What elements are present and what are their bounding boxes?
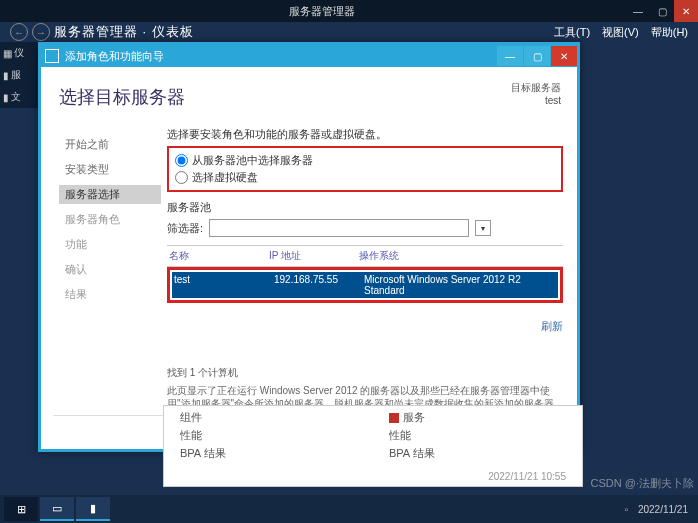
refresh-link[interactable]: 刷新 bbox=[167, 319, 563, 334]
wizard-close-button[interactable]: ✕ bbox=[551, 46, 577, 66]
menu-help[interactable]: 帮助(H) bbox=[651, 25, 688, 40]
bg-close-button[interactable]: ✕ bbox=[674, 0, 698, 22]
radio-vhd-input[interactable] bbox=[175, 171, 188, 184]
instruction-text: 选择要安装角色和功能的服务器或虚拟硬盘。 bbox=[167, 127, 563, 142]
wizard-maximize-button[interactable]: ▢ bbox=[524, 46, 550, 66]
nav-server-roles: 服务器角色 bbox=[59, 210, 161, 229]
background-sidebar: ▦ 仪 ▮ 服 ▮ 文 bbox=[0, 42, 40, 108]
list-item[interactable]: BPA 结果 bbox=[180, 446, 357, 461]
wizard-title: 添加角色和功能向导 bbox=[65, 49, 496, 64]
filter-dropdown-icon[interactable]: ▾ bbox=[475, 220, 491, 236]
table-row[interactable]: test 192.168.75.55 Microsoft Windows Ser… bbox=[172, 272, 558, 298]
col-name[interactable]: 名称 bbox=[169, 249, 269, 263]
nav-server-selection[interactable]: 服务器选择 bbox=[59, 185, 161, 204]
tray-flag-icon[interactable]: ▫ bbox=[624, 504, 628, 515]
sidebar-item[interactable]: ▮ 服 bbox=[0, 64, 40, 86]
nav-features: 功能 bbox=[59, 235, 161, 254]
nav-install-type[interactable]: 安装类型 bbox=[59, 160, 161, 179]
sidebar-item[interactable]: ▮ 文 bbox=[0, 86, 40, 108]
wizard-nav: 开始之前 安装类型 服务器选择 服务器角色 功能 确认 结果 bbox=[41, 67, 161, 417]
server-pool-table: 名称 IP 地址 操作系统 test 192.168.75.55 Microso… bbox=[167, 245, 563, 303]
col-os[interactable]: 操作系统 bbox=[359, 249, 561, 263]
nav-results: 结果 bbox=[59, 285, 161, 304]
filter-input[interactable] bbox=[209, 219, 469, 237]
taskbar-item-powershell[interactable]: ▮ bbox=[76, 497, 110, 521]
background-toolbar: ← → 服务器管理器 · 仪表板 工具(T) 视图(V) 帮助(H) bbox=[0, 22, 698, 42]
wizard-titlebar[interactable]: 添加角色和功能向导 — ▢ ✕ bbox=[41, 45, 577, 67]
menu-tools[interactable]: 工具(T) bbox=[554, 25, 590, 40]
start-button[interactable]: ⊞ bbox=[4, 497, 38, 521]
list-item[interactable]: 服务 bbox=[389, 410, 566, 425]
menu-view[interactable]: 视图(V) bbox=[602, 25, 639, 40]
pool-heading: 服务器池 bbox=[167, 200, 563, 215]
dashboard-panel: 组件 性能 BPA 结果 服务 性能 BPA 结果 2022/11/21 10:… bbox=[163, 405, 583, 487]
nav-before-begin[interactable]: 开始之前 bbox=[59, 135, 161, 154]
alert-icon bbox=[389, 413, 399, 423]
radio-group-highlight: 从服务器池中选择服务器 选择虚拟硬盘 bbox=[167, 146, 563, 192]
radio-vhd[interactable]: 选择虚拟硬盘 bbox=[175, 169, 555, 186]
list-item[interactable]: 组件 bbox=[180, 410, 357, 425]
list-item[interactable]: BPA 结果 bbox=[389, 446, 566, 461]
forward-icon: → bbox=[32, 23, 50, 41]
list-item[interactable]: 性能 bbox=[389, 428, 566, 443]
bg-minimize-button[interactable]: — bbox=[626, 0, 650, 22]
taskbar-date[interactable]: 2022/11/21 bbox=[638, 504, 688, 515]
list-item[interactable]: 性能 bbox=[180, 428, 357, 443]
background-title: 服务器管理器 bbox=[18, 4, 626, 19]
sidebar-item[interactable]: ▦ 仪 bbox=[0, 42, 40, 64]
taskbar[interactable]: ⊞ ▭ ▮ ▫ 2022/11/21 bbox=[0, 495, 698, 523]
watermark: CSDN @·法删夫卜除 bbox=[591, 476, 694, 491]
nav-confirmation: 确认 bbox=[59, 260, 161, 279]
col-ip[interactable]: IP 地址 bbox=[269, 249, 359, 263]
destination-server-label: 目标服务器 test bbox=[511, 81, 561, 107]
taskbar-item-server-manager[interactable]: ▭ bbox=[40, 497, 74, 521]
breadcrumb: 服务器管理器 · 仪表板 bbox=[54, 23, 194, 41]
back-icon[interactable]: ← bbox=[10, 23, 28, 41]
selected-row-highlight: test 192.168.75.55 Microsoft Windows Ser… bbox=[167, 267, 563, 303]
bg-maximize-button[interactable]: ▢ bbox=[650, 0, 674, 22]
wizard-main: 选择要安装角色和功能的服务器或虚拟硬盘。 从服务器池中选择服务器 选择虚拟硬盘 … bbox=[161, 67, 577, 417]
page-title: 选择目标服务器 bbox=[59, 85, 185, 109]
wizard-dialog: 添加角色和功能向导 — ▢ ✕ 选择目标服务器 目标服务器 test 开始之前 … bbox=[38, 42, 580, 452]
wizard-icon bbox=[45, 49, 59, 63]
found-count: 找到 1 个计算机 bbox=[167, 366, 563, 380]
radio-server-pool-input[interactable] bbox=[175, 154, 188, 167]
wizard-minimize-button[interactable]: — bbox=[497, 46, 523, 66]
radio-server-pool[interactable]: 从服务器池中选择服务器 bbox=[175, 152, 555, 169]
panel-timestamp: 2022/11/21 10:55 bbox=[389, 471, 566, 482]
system-tray[interactable]: ▫ 2022/11/21 bbox=[624, 504, 694, 515]
background-titlebar: 服务器管理器 — ▢ ✕ bbox=[0, 0, 698, 22]
filter-label: 筛选器: bbox=[167, 221, 203, 236]
